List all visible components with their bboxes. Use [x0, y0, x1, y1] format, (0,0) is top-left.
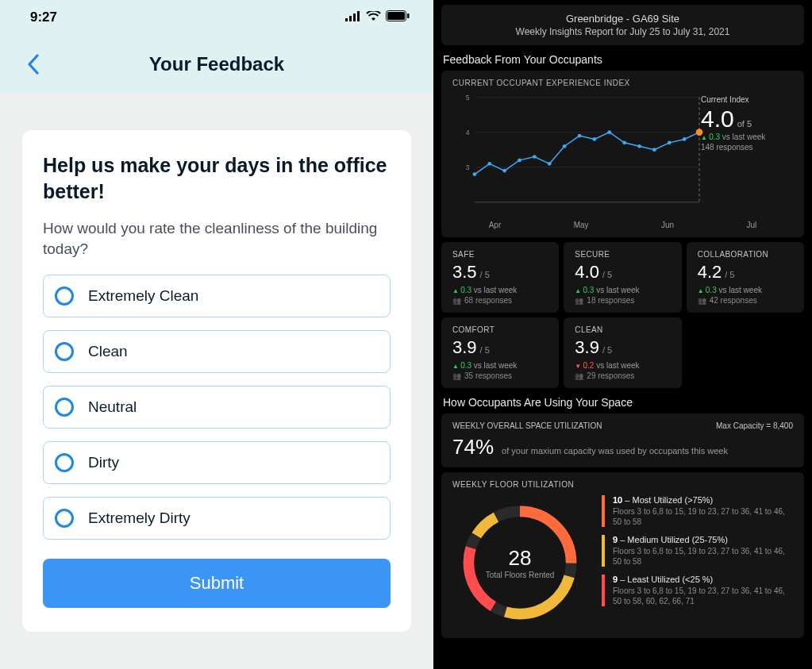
option-label: Clean	[88, 343, 128, 360]
status-indicators	[345, 10, 410, 25]
floor-utilization-title: WEEKLY FLOOR UTILIZATION	[452, 480, 793, 489]
svg-rect-5	[387, 12, 405, 20]
people-icon	[575, 371, 583, 380]
svg-point-28	[668, 141, 672, 145]
survey-question: How would you rate the cleanliness of th…	[43, 218, 391, 259]
tile-responses: 35 responses	[452, 371, 548, 380]
metric-tiles: SAFE 3.5/ 5 0.3 vs last week 68 response…	[441, 242, 804, 388]
floor-list: 10 – Most Utilized (>75%) Floors 3 to 6,…	[602, 495, 793, 630]
floor-item-least: 9 – Least Utilized (<25 %) Floors 3 to 6…	[602, 575, 793, 606]
option-clean[interactable]: Clean	[43, 330, 391, 373]
option-dirty[interactable]: Dirty	[43, 441, 391, 484]
tile-value: 3.5	[452, 262, 477, 283]
chevron-left-icon	[27, 54, 40, 75]
tile-delta: 0.3 vs last week	[575, 286, 670, 294]
utilization-block: WEEKLY OVERALL SPACE UTILIZATION Max Cap…	[441, 413, 804, 467]
header-bar: Your Feedback	[0, 35, 433, 94]
report-range: Weekly Insights Report for July 25 to Ju…	[452, 26, 793, 37]
utilization-pct: 74%	[452, 435, 494, 459]
radio-icon	[55, 342, 74, 361]
radio-icon	[55, 398, 74, 417]
submit-button[interactable]: Submit	[43, 559, 391, 608]
cell-signal-icon	[345, 10, 361, 25]
tile-responses: 42 responses	[698, 296, 793, 305]
floor-item-medium: 9 – Medium Utilized (25-75%) Floors 3 to…	[602, 535, 793, 567]
svg-rect-1	[349, 16, 352, 21]
floor-utilization-block: WEEKLY FLOOR UTILIZATION 28 Total Floors…	[441, 472, 804, 638]
experience-index-chart-block: CURRENT OCCUPANT EXPERIENCE INDEX 345 Cu…	[441, 71, 804, 237]
tile-of: / 5	[602, 270, 612, 279]
svg-point-22	[578, 134, 582, 138]
current-responses: 148 responses	[701, 143, 787, 152]
option-neutral[interactable]: Neutral	[43, 386, 391, 429]
option-label: Dirty	[88, 454, 119, 471]
option-label: Extremely Dirty	[88, 509, 190, 527]
tile-label: COMFORT	[452, 325, 548, 334]
option-label: Neutral	[88, 398, 137, 416]
donut-chart: 28 Total Floors Rented	[452, 495, 587, 630]
current-index-label: Current Index	[701, 95, 787, 104]
svg-rect-0	[345, 18, 348, 21]
tile-delta: 0.2 vs last week	[575, 361, 670, 370]
month-label: May	[574, 221, 589, 229]
svg-rect-2	[353, 13, 356, 21]
utilization-title: WEEKLY OVERALL SPACE UTILIZATION	[452, 421, 602, 430]
svg-point-18	[518, 159, 521, 163]
radio-icon	[55, 509, 74, 528]
people-icon	[698, 296, 706, 305]
tile-label: COLLABORATION	[698, 250, 793, 259]
section-usage-title: How Occupants Are Using Your Space	[443, 396, 804, 409]
svg-point-21	[563, 144, 567, 148]
section-feedback-title: Feedback From Your Occupants	[443, 53, 804, 66]
tile-value: 3.9	[452, 337, 477, 358]
svg-point-25	[622, 141, 626, 145]
tile-delta: 0.3 vs last week	[452, 361, 548, 370]
tile-value: 4.0	[575, 262, 599, 283]
svg-text:3: 3	[466, 163, 470, 171]
month-label: Jun	[661, 221, 674, 229]
svg-point-29	[683, 137, 687, 141]
site-header: Greenbridge - GA69 Site Weekly Insights …	[441, 5, 804, 45]
current-index-value: 4.0	[701, 106, 734, 133]
chart-title: CURRENT OCCUPANT EXPERIENCE INDEX	[452, 79, 793, 87]
svg-text:5: 5	[466, 94, 470, 102]
tile-of: / 5	[480, 345, 490, 355]
svg-text:4: 4	[466, 129, 470, 136]
tile-responses: 29 responses	[575, 371, 670, 380]
tile-safe: SAFE 3.5/ 5 0.3 vs last week 68 response…	[441, 242, 559, 313]
back-button[interactable]	[22, 53, 44, 75]
donut-value: 28	[509, 546, 532, 571]
option-extremely-clean[interactable]: Extremely Clean	[43, 275, 391, 317]
feedback-phone-screen: 9:27 Your Feedback Help us make your day…	[0, 0, 433, 669]
svg-rect-6	[407, 13, 410, 18]
svg-point-15	[473, 172, 477, 176]
people-icon	[575, 296, 583, 305]
card-title: Help us make your days in the office bet…	[43, 152, 391, 204]
radio-icon	[55, 453, 74, 472]
tile-clean: CLEAN 3.9/ 5 0.2 vs last week 29 respons…	[564, 317, 681, 388]
radio-icon	[55, 286, 74, 306]
wifi-icon	[366, 10, 381, 25]
svg-point-20	[548, 162, 552, 166]
month-label: Jul	[746, 221, 756, 229]
option-extremely-dirty[interactable]: Extremely Dirty	[43, 497, 391, 540]
tile-of: / 5	[480, 270, 490, 279]
current-index-panel: Current Index 4.0 of 5 0.3 vs last week …	[701, 95, 787, 152]
battery-icon	[386, 10, 410, 25]
tile-delta: 0.3 vs last week	[698, 286, 793, 294]
status-bar: 9:27	[0, 0, 433, 35]
page-title: Your Feedback	[149, 53, 284, 75]
svg-point-24	[607, 130, 611, 134]
people-icon	[452, 371, 461, 380]
svg-point-23	[593, 137, 597, 141]
svg-rect-3	[357, 11, 360, 21]
tile-secure: SECURE 4.0/ 5 0.3 vs last week 18 respon…	[564, 242, 681, 313]
svg-point-19	[533, 155, 537, 159]
chart-x-labels: Apr May Jun Jul	[452, 221, 793, 229]
svg-point-26	[637, 144, 641, 148]
current-delta: 0.3 vs last week	[701, 133, 787, 141]
svg-point-16	[487, 162, 491, 166]
option-label: Extremely Clean	[88, 287, 198, 305]
status-time: 9:27	[30, 10, 57, 25]
chart-area: 345 Current Index 4.0 of 5 0.3 vs last w…	[452, 90, 793, 217]
